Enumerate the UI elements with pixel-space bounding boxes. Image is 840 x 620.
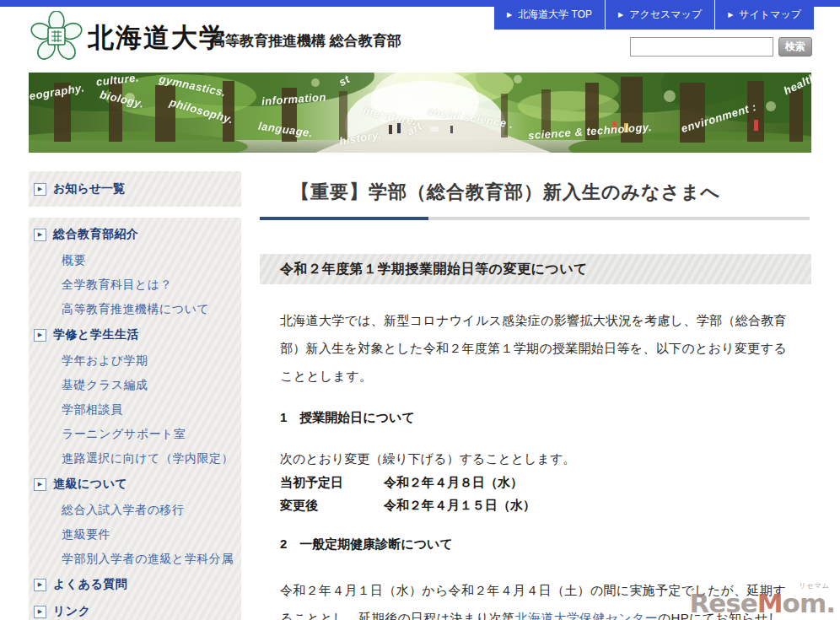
sidebar-subitem-faculty-promotion[interactable]: 学部別入学者の進級と学科分属 [29, 547, 241, 571]
top-tab-label: サイトマップ [739, 8, 801, 22]
sidebar-subitem-overview[interactable]: 概要 [29, 248, 241, 272]
main-content: 【重要】学部（総合教育部）新入生のみなさまへ 令和２年度第１学期授業開始日等の変… [260, 164, 811, 620]
arrow-right-icon: ▶ [618, 11, 623, 19]
sidebar-subitem-school-year-terms[interactable]: 学年および学期 [29, 348, 241, 373]
schedule-label: 当初予定日 [280, 474, 384, 490]
hero-image: geography. biology. philosophy. language… [29, 73, 811, 153]
sidebar-subitem-faculty-advisors[interactable]: 学部相談員 [29, 397, 241, 422]
sidebar-subitem-learning-support[interactable]: ラーニングサポート室 [29, 422, 241, 446]
arrow-box-icon: ▶ [34, 183, 46, 196]
sidebar-item-news-list[interactable]: ▶ お知らせ一覧 [29, 171, 241, 207]
sidebar-item-study-student-life[interactable]: ▶ 学修と学生生活 [29, 321, 241, 348]
arrow-right-icon: ▶ [728, 11, 733, 19]
sidebar-subitem-what-are-courses[interactable]: 全学教育科目とは？ [29, 272, 241, 297]
arrow-box-icon: ▶ [34, 329, 46, 342]
schedule-value: 令和２年４月８日（水） [384, 474, 523, 490]
section2-paragraph: 令和２年４月１日（水）から令和２年４月４日（土）の間に実施予定でしたが、延期する… [280, 576, 791, 620]
top-tab-site-map[interactable]: ▶ サイトマップ [714, 0, 814, 30]
section-heading: 令和２年度第１学期授業開始日等の変更について [260, 254, 811, 284]
schedule-row-changed: 変更後 令和２年４月１５日（水） [280, 497, 791, 513]
sidebar-subitem-about-institute[interactable]: 高等教育推進機構について [29, 297, 241, 321]
sidebar-item-label: よくある質問 [53, 577, 127, 592]
sidebar-item-label: 進級について [53, 477, 127, 492]
arrow-box-icon: ▶ [34, 606, 46, 618]
sidebar-item-links[interactable]: ▶ リンク [29, 598, 241, 620]
arrow-box-icon: ▶ [34, 579, 46, 591]
sidebar-item-label: お知らせ一覧 [53, 181, 125, 197]
sidebar-item-promotion[interactable]: ▶ 進級について [29, 471, 241, 498]
health-center-link[interactable]: 北海道大学保健センター [515, 611, 658, 620]
top-navigation: ▶ 北海道大学 TOP ▶ アクセスマップ ▶ サイトマップ [494, 0, 814, 30]
top-tab-access-map[interactable]: ▶ アクセスマップ [605, 0, 714, 30]
top-tab-label: 北海道大学 TOP [518, 8, 592, 22]
arrow-box-icon: ▶ [34, 478, 46, 491]
university-name: 北海道大学 [88, 20, 227, 56]
sidebar-subitem-requirements[interactable]: 進級要件 [29, 522, 241, 547]
sidebar-item-label: 学修と学生生活 [53, 327, 139, 342]
arrow-right-icon: ▶ [507, 11, 512, 19]
sidebar-subitem-basic-class[interactable]: 基礎クラス編成 [29, 373, 241, 397]
sidebar-item-label: 総合教育部紹介 [53, 227, 139, 242]
schedule-label: 変更後 [280, 497, 384, 513]
university-emblem-logo [30, 11, 83, 62]
section1-text: 次のとおり変更（繰り下げる）することとします。 [280, 451, 791, 467]
sidebar-item-faq[interactable]: ▶ よくある質問 [29, 571, 241, 598]
intro-paragraph: 北海道大学では、新型コロナウイルス感染症の影響拡大状況を考慮し、学部（総合教育部… [280, 306, 791, 390]
sidebar: ▶ お知らせ一覧 ▶ 総合教育部紹介 概要 全学教育科目とは？ 高等教育推進機構… [29, 171, 241, 620]
page-title: 【重要】学部（総合教育部）新入生のみなさまへ [291, 180, 811, 205]
sidebar-subitem-transfer[interactable]: 総合入試入学者の移行 [29, 498, 241, 522]
search-input[interactable] [630, 37, 773, 57]
department-name: 高等教育推進機構 総合教育部 [211, 31, 401, 51]
campus-avenue-illustration [29, 73, 811, 153]
title-underline [260, 217, 810, 220]
top-tab-hokudai-top[interactable]: ▶ 北海道大学 TOP [494, 0, 605, 30]
schedule-row-original: 当初予定日 令和２年４月８日（水） [280, 474, 791, 490]
top-tab-label: アクセスマップ [629, 8, 702, 22]
section1-heading: 1 授業開始日について [280, 410, 791, 426]
search-button[interactable]: 検索 [778, 37, 812, 57]
schedule-value: 令和２年４月１５日（水） [384, 497, 536, 513]
sidebar-item-department-intro[interactable]: ▶ 総合教育部紹介 [29, 221, 241, 248]
search-area: 検索 [630, 37, 812, 57]
arrow-box-icon: ▶ [34, 229, 46, 241]
section2-heading: 2 一般定期健康診断について [280, 536, 791, 553]
sidebar-item-label: リンク [53, 604, 90, 619]
sidebar-subitem-career-choice[interactable]: 進路選択に向けて（学内限定） [29, 446, 241, 471]
sidebar-menu: ▶ 総合教育部紹介 概要 全学教育科目とは？ 高等教育推進機構について ▶ 学修… [29, 218, 241, 620]
